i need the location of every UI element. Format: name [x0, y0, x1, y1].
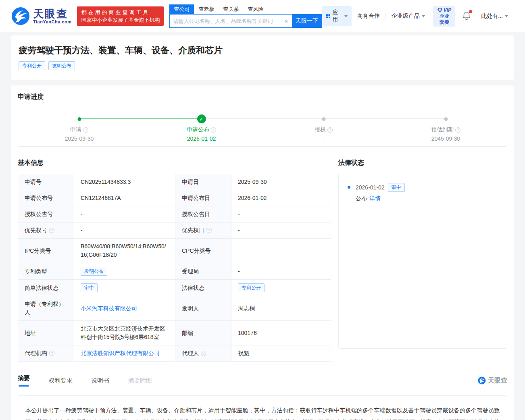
detail-tabs: 摘要 权利要求 说明书 摘要附图 天眼查 — [18, 374, 507, 387]
bullet-icon — [348, 186, 350, 189]
basic-info-table: 申请号 CN202511434833.3 申请日 2025-09-30 申请公布… — [18, 174, 331, 362]
help-icon[interactable]: ? — [206, 228, 212, 233]
timeline-track-completed — [79, 119, 202, 119]
logo-domain: TianYanCha.com — [33, 19, 71, 24]
slogan-line1: 都在用的商业查询工具 — [81, 8, 160, 16]
table-row: 简单法律状态 审中 法律状态 专利公开 — [18, 280, 331, 296]
account-menu[interactable]: 此处有... — [475, 12, 514, 20]
notifications-button[interactable] — [458, 11, 475, 21]
step-date: 2026-01-02 — [165, 135, 238, 142]
divider — [431, 13, 431, 19]
watermark-logo: 天眼查 — [478, 376, 507, 385]
clear-search-icon[interactable]: × — [280, 18, 292, 25]
table-row: 申请（专利权）人 小米汽车科技有限公司 发明人 周志桐 — [18, 296, 331, 321]
help-icon[interactable]: ? — [327, 127, 333, 133]
search-module: 查公司 查老板 查关系 查风险 × 天眼一下 — [169, 4, 322, 28]
search-button[interactable]: 天眼一下 — [292, 15, 322, 27]
page-body: 疲劳驾驶干预方法、装置、车辆、设备、介质和芯片 专利公开 发明公布 申请进度 ✓… — [0, 32, 525, 420]
step-date: 2025-09-30 — [43, 135, 116, 142]
field-label: 地址 — [18, 321, 74, 345]
timeline-check-icon: ✓ — [197, 114, 206, 123]
table-row: 专利类型 发明公布 受理局 - — [18, 263, 331, 280]
legal-detail-link[interactable]: 详情 — [369, 195, 381, 202]
nav-item-enterprise[interactable]: 企业级产品 — [386, 12, 431, 20]
field-label: 申请（专利权）人 — [18, 296, 74, 321]
search-tab-risk[interactable]: 查风险 — [243, 4, 268, 14]
help-icon[interactable]: ? — [49, 228, 54, 233]
logo-text: 天眼查 — [33, 8, 71, 19]
nav-item-cooperation[interactable]: 商务合作 — [352, 12, 385, 20]
table-row: 申请号 CN202511434833.3 申请日 2025-09-30 — [18, 174, 331, 190]
help-icon[interactable]: ? — [211, 127, 216, 133]
vip-sublabel: 企业套餐 — [437, 13, 451, 25]
simple-legal-status-tag: 审中 — [81, 283, 98, 292]
chevron-down-icon — [505, 15, 508, 17]
field-value: 北京市大兴区北京经济技术开发区科创十街15号院5号楼6层618室 — [74, 321, 175, 345]
timeline-step-filed: 申请? 2025-09-30 — [43, 126, 116, 142]
vip-label: VIP — [444, 7, 451, 13]
help-icon[interactable]: ? — [201, 351, 206, 356]
field-value: 2025-09-30 — [231, 174, 331, 190]
abstract-content: 本公开提出了一种疲劳驾驶干预方法、装置、车辆、设备、介质和芯片，适用于智能座舱，… — [18, 395, 507, 420]
applicant-link[interactable]: 小米汽车科技有限公司 — [81, 305, 137, 312]
field-label: 代理机构 — [25, 349, 47, 358]
help-icon[interactable]: ? — [455, 127, 460, 133]
vip-gem-icon — [438, 8, 442, 12]
tab-abstract[interactable]: 摘要 — [18, 374, 30, 387]
watermark-text: 天眼查 — [488, 376, 507, 385]
field-label: 申请公布日 — [175, 190, 231, 206]
apps-grid-icon — [326, 13, 330, 19]
legal-status-panel: 2026-01-02 审中 公布详情 — [338, 174, 507, 349]
field-label: 受理局 — [175, 263, 231, 280]
notification-badge — [469, 10, 472, 13]
vip-package-button[interactable]: VIP 企业套餐 — [433, 6, 455, 27]
help-icon[interactable]: ? — [83, 127, 88, 133]
field-label: 优先权号 — [25, 226, 47, 235]
top-nav: 应用 商务合作 企业级产品 VIP 企业套餐 — [322, 6, 514, 27]
tab-description[interactable]: 说明书 — [91, 377, 109, 385]
search-tabs: 查公司 查老板 查关系 查风险 — [169, 4, 322, 14]
step-date: 2045-09-30 — [410, 135, 482, 142]
field-label: CPC分类号 — [175, 239, 231, 263]
timeline-dot-granted — [322, 117, 325, 121]
apps-label: 应用 — [332, 9, 340, 23]
timeline-step-published: 申请公布? 2026-01-02 — [165, 126, 238, 142]
tianyancha-watermark-icon — [478, 376, 486, 385]
search-tab-relation[interactable]: 查关系 — [219, 4, 243, 14]
table-row: IPC分类号 B60W40/08;B60W50/14;B60W50/16;G06… — [18, 239, 331, 263]
tab-abstract-figure: 摘要附图 — [128, 377, 152, 385]
field-value: 周志桐 — [231, 296, 331, 321]
search-input[interactable] — [170, 15, 280, 27]
legal-status-tag: 专利公开 — [238, 283, 265, 292]
field-label: 授权公告日 — [175, 206, 231, 222]
field-value: 祝魁 — [231, 345, 331, 362]
timeline-step-expiry: 预估到期? 2045-09-30 — [410, 126, 482, 142]
help-icon[interactable]: ? — [49, 351, 54, 356]
table-row: 优先权号? - 优先权日? - — [18, 222, 331, 239]
tab-claims[interactable]: 权利要求 — [48, 377, 73, 385]
agency-link[interactable]: 北京法胜知识产权代理有限公司 — [81, 350, 160, 356]
field-label: 申请号 — [18, 174, 74, 190]
header: 天眼查 TianYanCha.com 都在用的商业查询工具 国家中小企业发展子基… — [0, 0, 525, 32]
field-value: - — [74, 222, 175, 239]
field-label: 发明人 — [175, 296, 231, 321]
tianyancha-logo-icon — [11, 7, 30, 25]
apps-menu-button[interactable]: 应用 — [322, 6, 352, 26]
patent-status-tag: 专利公开 — [19, 61, 45, 70]
patent-detail-card: 申请进度 ✓ 申请? 2025-09-30 申请公布? 2026-01-02 授… — [11, 85, 514, 420]
brand-slogan-banner: 都在用的商业查询工具 国家中小企业发展子基金旗下机构 — [77, 6, 164, 26]
field-label: 专利类型 — [18, 263, 74, 280]
field-label: IPC分类号 — [18, 239, 74, 263]
basic-info-heading: 基本信息 — [18, 159, 331, 167]
search-tab-company[interactable]: 查公司 — [169, 4, 194, 14]
field-label: 代理人 — [182, 349, 199, 358]
field-label: 邮编 — [175, 321, 231, 345]
field-value: - — [231, 222, 331, 239]
search-tab-boss[interactable]: 查老板 — [194, 4, 219, 14]
field-label: 授权公告号 — [18, 206, 74, 222]
legal-status-heading: 法律状态 — [338, 159, 507, 167]
table-row: 地址 北京市大兴区北京经济技术开发区科创十街15号院5号楼6层618室 邮编 1… — [18, 321, 331, 345]
table-row: 申请公布号 CN121246817A 申请公布日 2026-01-02 — [18, 190, 331, 206]
tianyancha-logo[interactable]: 天眼查 TianYanCha.com — [11, 7, 71, 25]
field-label: 简单法律状态 — [18, 280, 74, 296]
